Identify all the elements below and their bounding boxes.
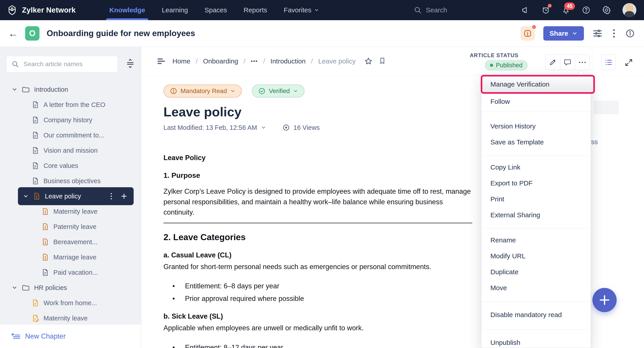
help-icon[interactable] — [582, 6, 591, 14]
comments-icon[interactable] — [560, 55, 575, 70]
tree-article-draft[interactable]: Maternity leave — [0, 310, 141, 326]
fullscreen-expand-icon[interactable] — [624, 58, 633, 67]
breadcrumb-introduction[interactable]: Introduction — [270, 58, 306, 65]
chevron-down-icon[interactable] — [12, 285, 18, 290]
bookmark-icon[interactable] — [378, 57, 386, 66]
tree-article-leave-policy-selected[interactable]: Leave policy — [18, 187, 134, 205]
favorite-star-icon[interactable] — [364, 57, 373, 66]
item-kebab-icon[interactable] — [110, 192, 112, 200]
display-settings-icon[interactable] — [592, 28, 603, 38]
document-mandatory-icon — [41, 253, 49, 261]
edit-pencil-icon[interactable] — [546, 55, 560, 70]
mandatory-read-chip[interactable]: Mandatory Read — [164, 84, 242, 98]
primary-nav: Knowledge Learning Spaces Reports Favori… — [109, 0, 319, 20]
menu-item-export-to-pdf[interactable]: Export to PDF — [482, 175, 591, 191]
views-eye-icon — [282, 124, 290, 132]
heading-casual-leave: a. Casual Leave (CL) — [164, 251, 472, 259]
tree-article[interactable]: Our commitment to... — [0, 128, 141, 143]
tree-chapter-introduction[interactable]: Introduction — [0, 82, 141, 97]
reminder-alert-dot — [548, 4, 552, 8]
menu-item-unpublish[interactable]: Unpublish — [482, 334, 591, 348]
menu-item-duplicate[interactable]: Duplicate — [482, 264, 591, 280]
menu-item-save-as-template[interactable]: Save as Template — [482, 134, 591, 150]
zylker-logo-icon — [7, 5, 18, 16]
table-of-contents-button[interactable] — [602, 54, 616, 70]
announcements-icon[interactable] — [521, 6, 530, 14]
document-mandatory-icon — [33, 192, 41, 200]
reminders-icon[interactable] — [541, 6, 550, 14]
article-tree: Introduction A letter from the CEO Compa… — [0, 82, 141, 326]
article-tree-sidebar: Introduction A letter from the CEO Compa… — [0, 47, 141, 348]
chevron-down-icon[interactable] — [23, 193, 29, 199]
document-icon — [32, 101, 40, 109]
share-button[interactable]: Share — [543, 26, 584, 40]
settings-gear-icon[interactable] — [602, 6, 611, 15]
info-icon[interactable] — [625, 28, 635, 38]
notifications-bell-icon[interactable]: 45 — [562, 6, 570, 14]
nav-tab-spaces[interactable]: Spaces — [204, 0, 227, 20]
article-status-label: ARTICLE STATUS — [470, 52, 518, 58]
document-icon — [32, 162, 40, 170]
alert-dot — [532, 25, 536, 29]
tree-article[interactable]: Company history — [0, 112, 141, 128]
tree-chapter-hr-policies[interactable]: HR policies — [0, 280, 141, 295]
menu-item-version-history[interactable]: Version History — [482, 118, 591, 134]
bullet-item: Prior approval required where possible — [164, 294, 472, 304]
document-mandatory-icon — [41, 208, 49, 216]
chevron-down-icon[interactable] — [12, 86, 18, 92]
menu-item-external-sharing[interactable]: External Sharing — [482, 207, 591, 223]
nav-tab-reports[interactable]: Reports — [244, 0, 267, 20]
mandatory-read-alert-button[interactable] — [520, 26, 535, 40]
menu-item-rename[interactable]: Rename — [482, 232, 591, 248]
user-avatar[interactable] — [622, 3, 636, 17]
breadcrumb-home[interactable]: Home — [172, 58, 190, 65]
tree-subarticle[interactable]: Marriage leave — [0, 250, 141, 265]
global-search[interactable]: Search — [414, 6, 447, 14]
tree-article[interactable]: Core values — [0, 158, 141, 173]
new-chapter-button[interactable]: New Chapter — [0, 324, 141, 348]
last-modified-text[interactable]: Last Modified: 13 Feb, 12:56 AM — [164, 124, 257, 132]
more-options-kebab-icon[interactable] — [611, 28, 617, 38]
breadcrumb-onboarding[interactable]: Onboarding — [203, 58, 238, 65]
tree-subarticle[interactable]: Paid vacation... — [0, 265, 141, 280]
sidebar-search-box[interactable] — [6, 56, 118, 72]
outline-toggle-icon[interactable] — [157, 57, 166, 66]
menu-item-manage-verification[interactable]: Manage Verification — [482, 76, 593, 92]
menu-item-follow[interactable]: Follow — [482, 94, 591, 110]
brand[interactable]: Zylker Network — [7, 5, 76, 16]
nav-tab-knowledge[interactable]: Knowledge — [109, 0, 145, 20]
create-fab-button[interactable] — [592, 288, 617, 312]
tree-article[interactable]: A letter from the CEO — [0, 97, 141, 112]
back-arrow-icon[interactable]: ← — [8, 28, 18, 38]
new-chapter-plus-icon — [11, 332, 20, 340]
nav-tab-learning[interactable]: Learning — [162, 0, 188, 20]
menu-item-move[interactable]: Move — [482, 280, 591, 296]
casual-leave-paragraph: Granted for short-term personal needs su… — [164, 262, 472, 272]
menu-item-disable-mandatory-read[interactable]: Disable mandatory read — [482, 307, 591, 323]
nav-tab-favorites[interactable]: Favorites — [284, 0, 319, 20]
sidebar-search-input[interactable] — [24, 60, 104, 68]
menu-item-modify-url[interactable]: Modify URL — [482, 248, 591, 264]
tree-article[interactable]: Work from home... — [0, 295, 141, 310]
navbar-right: Search 45 — [414, 0, 636, 20]
article-status-badge[interactable]: Published — [484, 60, 528, 71]
more-actions-ellipsis-icon[interactable] — [575, 55, 590, 70]
tree-article[interactable]: Vision and mission — [0, 143, 141, 158]
add-article-plus-icon[interactable] — [120, 192, 128, 200]
tree-subarticle[interactable]: Bereavement... — [0, 234, 141, 250]
plus-icon — [598, 294, 611, 306]
book-tile: O — [25, 26, 40, 40]
notification-count-badge: 45 — [564, 2, 575, 10]
check-circle-icon — [258, 87, 266, 95]
menu-item-print[interactable]: Print — [482, 191, 591, 207]
tree-subarticle[interactable]: Maternity leave — [0, 204, 141, 219]
menu-item-copy-link[interactable]: Copy Link — [482, 159, 591, 175]
breadcrumb-leave-policy: Leave policy — [318, 58, 356, 65]
article-toolbar — [545, 54, 590, 70]
tree-subarticle[interactable]: Paternity leave — [0, 219, 141, 234]
tree-article[interactable]: Business objectives — [0, 173, 141, 188]
breadcrumb-collapsed[interactable]: ••• — [251, 58, 258, 64]
chevron-down-icon — [572, 30, 578, 36]
verified-chip[interactable]: Verified — [252, 84, 304, 98]
collapse-expand-all-icon[interactable] — [125, 58, 135, 68]
